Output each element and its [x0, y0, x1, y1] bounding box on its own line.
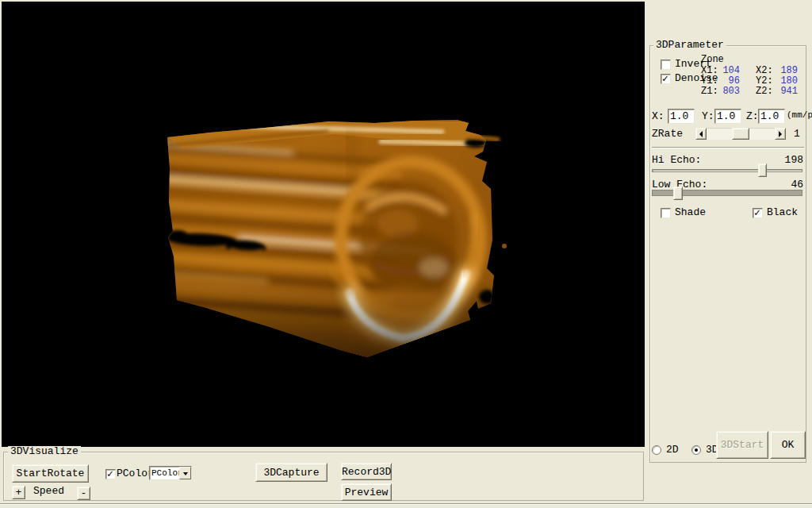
mode-3d-radio[interactable] [691, 445, 701, 455]
zone-z1-value: 803 [711, 87, 740, 96]
render-viewport[interactable] [2, 2, 645, 447]
visualize-groupbox-title: 3DVisualize [8, 446, 81, 456]
zone-y2-value: 180 [768, 76, 798, 86]
zone-y1-value: 96 [711, 76, 740, 86]
chevron-down-icon [183, 472, 188, 478]
parameter-separator [652, 147, 804, 148]
low-echo-slider-thumb[interactable] [673, 187, 683, 200]
hi-echo-label: Hi Echo: [652, 155, 701, 165]
hi-echo-slider-thumb[interactable] [758, 164, 767, 177]
invert-checkbox[interactable] [661, 60, 671, 70]
pcolor-dropdown[interactable]: PColor [149, 466, 192, 480]
zrate-label: ZRate [652, 129, 683, 139]
zrate-scrollbar[interactable] [695, 128, 786, 140]
statusbar-separator [0, 503, 812, 505]
scale-y-label: Y: [702, 111, 714, 121]
scale-x-label: X: [652, 111, 665, 121]
parameter-groupbox [649, 45, 806, 463]
start-rotate-button[interactable]: StartRotate [12, 464, 89, 483]
zone-z2-value: 941 [768, 87, 798, 96]
black-checkbox[interactable] [753, 208, 763, 218]
3dcapture-button[interactable]: 3DCapture [255, 463, 327, 482]
shade-label: Shade [675, 207, 706, 217]
hi-echo-slider-track[interactable] [652, 169, 802, 172]
arrow-right-icon [779, 131, 785, 137]
shade-checkbox[interactable] [661, 208, 671, 218]
zone-x2-value: 189 [768, 66, 798, 75]
black-label: Black [767, 207, 798, 217]
mode-2d-label: 2D [666, 444, 679, 455]
preview-button[interactable]: Preview [341, 483, 392, 501]
record3d-button[interactable]: Record3D [341, 463, 392, 480]
scale-y-input[interactable] [714, 109, 741, 124]
scale-x-input[interactable] [668, 109, 695, 124]
denoise-checkbox[interactable] [661, 74, 671, 84]
arrow-left-icon [696, 131, 703, 137]
zrate-scroll-thumb[interactable] [732, 128, 749, 140]
zrate-value: 1 [794, 129, 800, 139]
zrate-scroll-left-button[interactable] [695, 128, 707, 140]
ok-button[interactable]: OK [770, 431, 806, 459]
speed-label: Speed [33, 486, 64, 496]
parameter-groupbox-title: 3DParameter [653, 40, 726, 50]
pcolor-dropdown-button[interactable] [179, 467, 191, 479]
pcolor-dropdown-value: PColor [151, 468, 183, 478]
zrate-scroll-right-button[interactable] [775, 128, 786, 140]
low-echo-value: 46 [757, 179, 803, 190]
scale-z-input[interactable] [758, 109, 785, 124]
app-window: { "colors": { "window_background": "#ece… [0, 0, 812, 508]
3dstart-button[interactable]: 3DStart [716, 431, 768, 459]
scale-z-label: Z: [746, 111, 759, 121]
speed-plus-button[interactable]: + [12, 486, 25, 499]
speed-minus-button[interactable]: - [77, 487, 90, 500]
pcolor-label: PColor [117, 468, 154, 479]
zone-x1-value: 104 [711, 66, 740, 75]
mode-2d-radio[interactable] [652, 445, 661, 455]
pcolor-checkbox[interactable] [105, 469, 116, 479]
3d-volume-render [2, 2, 645, 447]
scale-unit-label: (mm/p) [787, 111, 812, 120]
zone-title: Zone [701, 55, 724, 64]
